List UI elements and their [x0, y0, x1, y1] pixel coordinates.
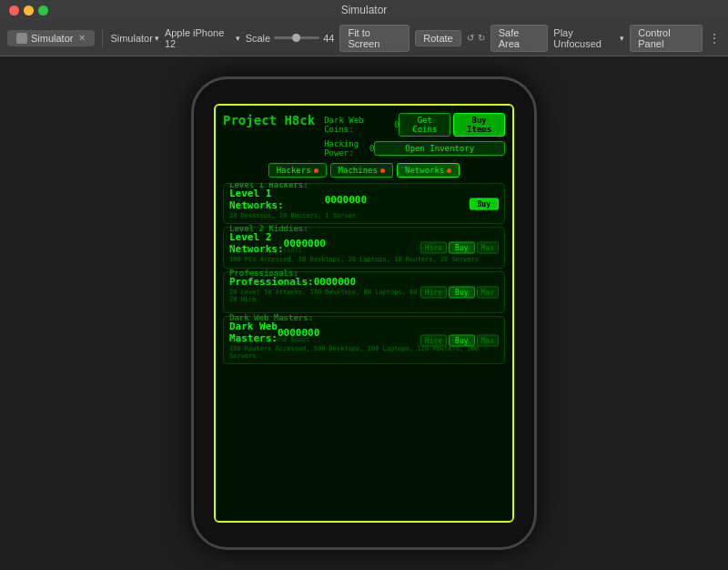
game-ui: Project H8ck Dark Web Coins: 0 Get Coins…	[216, 106, 512, 521]
overlay-desc-2: 20 Level 10 Attacks	[229, 280, 302, 287]
window-title: Simulator	[341, 4, 388, 16]
simulator-tab[interactable]: Simulator ✕	[7, 30, 95, 46]
safe-area-button[interactable]: Safe Area	[490, 25, 549, 52]
hire-button-1[interactable]: Hire	[420, 242, 447, 254]
play-unfocused-dropdown[interactable]: Play Unfocused	[553, 27, 624, 49]
minimize-button[interactable]	[24, 5, 34, 15]
window-controls	[9, 5, 48, 15]
item-desc: 20 Desktops, 10 Routers, 1 Server 1 Pet …	[229, 212, 499, 219]
toolbar-right: Play Unfocused Control Panel ⋮	[553, 25, 721, 52]
coins-label: Dark Web Coins:	[324, 116, 390, 134]
list-item: Level 2 Networks: Level 2 Kiddies: 00000…	[223, 227, 505, 269]
phone-screen: Project H8ck Dark Web Coins: 0 Get Coins…	[214, 104, 514, 523]
scale-thumb[interactable]	[292, 34, 300, 42]
buy-button-1[interactable]: Buy	[449, 242, 474, 254]
hire-button-2[interactable]: Hire	[420, 287, 447, 299]
tabs-container: Hackers Machines Networks	[223, 163, 505, 178]
max-button-3[interactable]: Max	[477, 334, 499, 346]
list-item: Dark Web Masters: Dark Web Masters: 0000…	[223, 316, 505, 364]
overlay-name-3: Dark Web Masters:	[229, 313, 313, 322]
max-button-1[interactable]: Max	[477, 242, 499, 254]
item-actions-3: Hire Buy Max	[420, 334, 499, 346]
item-desc: 100 Routers Accessed, 500 Desktops, 200 …	[229, 345, 499, 360]
overlay-desc-1: 5 Low-Power Clients	[229, 247, 302, 254]
tab-machines-label: Machines	[339, 166, 378, 175]
simulator-area: Project H8ck Dark Web Coins: 0 Get Coins…	[0, 56, 728, 570]
item-cost: 0000000	[314, 276, 356, 288]
control-panel-button[interactable]: Control Panel	[630, 25, 703, 52]
item-actions-0: Buy	[470, 198, 499, 209]
divider-1	[102, 29, 103, 47]
simulator-icon	[16, 33, 27, 44]
coins-label-row: Dark Web Coins: 0	[324, 116, 399, 134]
device-dropdown[interactable]: Apple iPhone 12	[165, 27, 240, 49]
simulator-dropdown[interactable]: Simulator	[110, 33, 158, 44]
list-item: Professionals: Professionals: 0000000 20…	[223, 271, 505, 313]
title-bar: Simulator	[0, 0, 728, 20]
item-cost: 0000000	[325, 194, 367, 206]
item-actions-1: Hire Buy Max	[420, 242, 499, 254]
power-label: Hacking Power:	[324, 139, 366, 158]
overlay-name-0: Level 1 Hackers:	[229, 183, 308, 189]
tab-close[interactable]: ✕	[78, 33, 86, 43]
buy-button-0[interactable]: Buy	[470, 198, 499, 209]
hire-button-3[interactable]: Hire	[420, 334, 447, 346]
power-row: Hacking Power: 0 Open Inventory	[324, 139, 505, 158]
top-buttons: Get Coins Buy Items	[399, 113, 505, 137]
get-coins-button[interactable]: Get Coins	[399, 113, 450, 137]
hackers-dot	[314, 168, 318, 173]
overlay-desc-3: 100 Attacks and Nodes	[229, 336, 310, 343]
rotate-button[interactable]: Rotate	[415, 30, 460, 46]
buy-button-2[interactable]: Buy	[449, 287, 474, 299]
tab-hackers-label: Hackers	[277, 166, 311, 175]
list-item: Level 1 Networks: Level 1 Hackers: 00000…	[223, 183, 505, 224]
item-desc: 100 PCs Accessed, 10 Desktops, 20 Laptop…	[229, 256, 499, 263]
tab-hackers[interactable]: Hackers	[268, 163, 327, 178]
coins-row: Dark Web Coins: 0 Get Coins Buy Items	[324, 113, 505, 137]
overlay-desc-0: 1 Pet Hack	[229, 203, 268, 210]
close-button[interactable]	[9, 5, 19, 15]
open-inventory-button[interactable]: Open Inventory	[374, 141, 505, 156]
rotate-icons: ↺ ↻	[467, 33, 485, 43]
items-list: Level 1 Networks: Level 1 Hackers: 00000…	[223, 183, 505, 364]
buy-button-3[interactable]: Buy	[449, 334, 474, 346]
fit-to-screen-button[interactable]: Fit to Screen	[339, 25, 410, 52]
power-label-row: Hacking Power: 0	[324, 139, 374, 158]
toolbar: Simulator ✕ Simulator Apple iPhone 12 Sc…	[0, 20, 728, 56]
tab-label: Simulator	[31, 33, 73, 44]
buy-items-button[interactable]: Buy Items	[453, 113, 505, 137]
networks-dot	[447, 168, 451, 173]
item-actions-2: Hire Buy Max	[420, 287, 499, 299]
maximize-button[interactable]	[38, 5, 48, 15]
item-header: Level 1 Networks: Level 1 Hackers: 00000…	[229, 188, 499, 211]
phone-frame: Project H8ck Dark Web Coins: 0 Get Coins…	[191, 76, 537, 550]
tab-machines[interactable]: Machines	[330, 163, 393, 178]
tab-networks[interactable]: Networks	[397, 163, 460, 178]
scale-track[interactable]	[274, 36, 319, 39]
scale-control: Scale 44	[246, 33, 335, 44]
stats-and-buttons: Dark Web Coins: 0 Get Coins Buy Items Ha…	[324, 113, 505, 158]
game-header: Project H8ck Dark Web Coins: 0 Get Coins…	[223, 113, 505, 158]
overlay-name-1: Level 2 Kiddies:	[229, 224, 308, 233]
more-options[interactable]: ⋮	[708, 31, 721, 46]
machines-dot	[380, 168, 385, 173]
overlay-name-2: Professionals:	[229, 269, 298, 278]
tab-networks-label: Networks	[405, 166, 444, 175]
game-title: Project H8ck	[223, 113, 315, 127]
max-button-2[interactable]: Max	[477, 287, 499, 299]
